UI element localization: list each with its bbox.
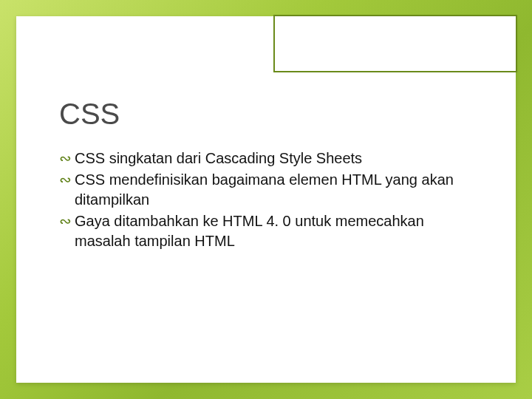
bullet-icon: ∾ (59, 170, 72, 190)
slide-card: CSS ∾ CSS singkatan dari Cascading Style… (16, 16, 516, 383)
bullet-text: Gaya ditambahkan ke HTML 4. 0 untuk meme… (75, 211, 479, 251)
bullet-text: CSS mendefinisikan bagaimana elemen HTML… (75, 170, 479, 210)
slide-body: ∾ CSS singkatan dari Cascading Style She… (59, 149, 479, 251)
list-item: ∾ CSS singkatan dari Cascading Style She… (59, 149, 479, 168)
list-item: ∾ Gaya ditambahkan ke HTML 4. 0 untuk me… (59, 211, 479, 251)
bullet-icon: ∾ (59, 149, 72, 168)
list-item: ∾ CSS mendefinisikan bagaimana elemen HT… (59, 170, 479, 210)
slide-background: CSS ∾ CSS singkatan dari Cascading Style… (0, 0, 532, 399)
bullet-icon: ∾ (59, 211, 72, 231)
header-accent-box (273, 15, 517, 72)
slide-title: CSS (59, 98, 479, 131)
slide-content: CSS ∾ CSS singkatan dari Cascading Style… (59, 98, 479, 253)
bullet-text: CSS singkatan dari Cascading Style Sheet… (75, 149, 479, 168)
